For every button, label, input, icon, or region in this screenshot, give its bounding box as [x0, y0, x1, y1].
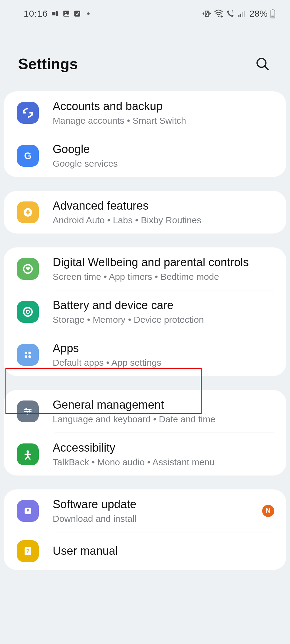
settings-row-advanced-features[interactable]: Advanced featuresAndroid Auto • Labs • B… — [4, 191, 286, 234]
row-title: User manual — [53, 544, 274, 558]
settings-group: Accounts and backupManage accounts • Sma… — [4, 91, 286, 177]
row-subtitle: Android Auto • Labs • Bixby Routines — [53, 214, 274, 226]
settings-group: Software updateDownload and installN?Use… — [4, 489, 286, 570]
notification-badge: N — [262, 505, 274, 517]
row-text: General managementLanguage and keyboard … — [53, 398, 274, 425]
svg-rect-5 — [74, 11, 80, 17]
settings-row-software-update[interactable]: Software updateDownload and installN — [4, 489, 286, 532]
settings-row-accounts-backup[interactable]: Accounts and backupManage accounts • Sma… — [4, 91, 286, 134]
row-text: Advanced featuresAndroid Auto • Labs • B… — [53, 199, 274, 226]
svg-rect-13 — [272, 9, 273, 10]
google-icon: G — [17, 145, 39, 167]
settings-row-digital-wellbeing[interactable]: Digital Wellbeing and parental controlsS… — [4, 247, 286, 290]
settings-header: Settings — [0, 22, 290, 91]
svg-point-6 — [218, 16, 219, 17]
settings-row-user-manual[interactable]: ?User manual — [4, 532, 286, 570]
teams-icon — [51, 9, 59, 18]
svg-point-4 — [65, 12, 66, 13]
row-subtitle: Language and keyboard • Date and time — [53, 414, 274, 425]
row-text: Digital Wellbeing and parental controlsS… — [53, 255, 274, 282]
sliders-icon — [17, 400, 39, 422]
svg-text:?: ? — [26, 548, 30, 554]
settings-row-battery-care[interactable]: Battery and device careStorage • Memory … — [4, 290, 286, 333]
settings-group: General managementLanguage and keyboard … — [4, 390, 286, 476]
row-subtitle: Storage • Memory • Device protection — [53, 314, 274, 325]
image-icon — [62, 10, 70, 18]
svg-rect-14 — [271, 16, 274, 18]
svg-rect-0 — [52, 12, 56, 15]
row-subtitle: Google services — [53, 158, 274, 169]
row-text: AppsDefault apps • App settings — [53, 341, 274, 368]
row-text: Software updateDownload and install — [53, 497, 262, 524]
row-subtitle: Default apps • App settings — [53, 357, 274, 368]
row-text: AccessibilityTalkBack • Mono audio • Ass… — [53, 441, 274, 468]
svg-point-23 — [28, 351, 31, 354]
svg-rect-8 — [238, 15, 239, 17]
row-title: Accounts and backup — [53, 99, 274, 114]
more-dot-icon — [87, 12, 90, 15]
svg-rect-10 — [242, 12, 243, 17]
plus-puzzle-icon — [17, 201, 39, 223]
svg-point-24 — [25, 355, 28, 358]
settings-group: Advanced featuresAndroid Auto • Labs • B… — [4, 191, 286, 234]
svg-line-16 — [265, 66, 269, 70]
svg-rect-11 — [244, 11, 245, 17]
settings-row-general-management[interactable]: General managementLanguage and keyboard … — [4, 390, 286, 433]
volte-call-icon: 1 — [226, 9, 235, 18]
svg-text:1: 1 — [232, 10, 234, 13]
svg-point-25 — [28, 355, 31, 358]
battery-percent: 28% — [249, 8, 268, 19]
row-title: Apps — [53, 341, 274, 356]
svg-point-22 — [25, 351, 28, 354]
row-text: Battery and device careStorage • Memory … — [53, 298, 274, 325]
row-title: Battery and device care — [53, 298, 274, 313]
wifi-icon — [214, 9, 223, 18]
row-subtitle: TalkBack • Mono audio • Assistant menu — [53, 456, 274, 468]
search-icon — [255, 57, 270, 72]
page-title: Settings — [18, 55, 78, 73]
svg-rect-9 — [240, 14, 241, 17]
status-left: 10:16 — [24, 8, 90, 19]
row-text: Accounts and backupManage accounts • Sma… — [53, 99, 274, 126]
row-title: Accessibility — [53, 441, 274, 455]
checkbox-icon — [73, 10, 81, 18]
settings-group: Digital Wellbeing and parental controlsS… — [4, 247, 286, 376]
svg-point-21 — [26, 310, 30, 313]
row-subtitle: Screen time • App timers • Bedtime mode — [53, 271, 274, 283]
apps-icon — [17, 344, 39, 366]
vibrate-off-icon — [202, 9, 211, 18]
search-button[interactable] — [254, 55, 272, 73]
battery-care-icon — [17, 301, 39, 323]
settings-row-apps[interactable]: AppsDefault apps • App settings — [4, 333, 286, 376]
status-right: 1 28% — [202, 8, 275, 19]
manual-icon: ? — [17, 540, 39, 562]
battery-icon — [270, 9, 275, 18]
row-title: Advanced features — [53, 199, 274, 213]
settings-row-accessibility[interactable]: AccessibilityTalkBack • Mono audio • Ass… — [4, 433, 286, 476]
row-title: Digital Wellbeing and parental controls — [53, 255, 274, 270]
svg-point-29 — [28, 410, 31, 412]
row-title: General management — [53, 398, 274, 412]
svg-point-31 — [26, 412, 28, 414]
svg-point-15 — [257, 58, 266, 67]
update-icon — [17, 500, 39, 522]
svg-rect-2 — [56, 13, 58, 16]
status-bar: 10:16 1 28% — [0, 0, 290, 22]
wellbeing-icon — [17, 258, 39, 280]
svg-text:G: G — [24, 150, 32, 161]
signal-icon — [237, 9, 246, 18]
row-subtitle: Download and install — [53, 513, 262, 525]
sync-icon — [17, 102, 39, 124]
row-text: GoogleGoogle services — [53, 142, 274, 169]
svg-point-1 — [56, 11, 58, 13]
settings-row-google[interactable]: GGoogleGoogle services — [4, 134, 286, 177]
row-title: Software update — [53, 497, 262, 512]
row-text: User manual — [53, 544, 274, 558]
svg-point-27 — [25, 408, 27, 410]
row-title: Google — [53, 142, 274, 157]
person-icon — [17, 443, 39, 465]
status-time: 10:16 — [24, 8, 48, 19]
row-subtitle: Manage accounts • Smart Switch — [53, 115, 274, 126]
